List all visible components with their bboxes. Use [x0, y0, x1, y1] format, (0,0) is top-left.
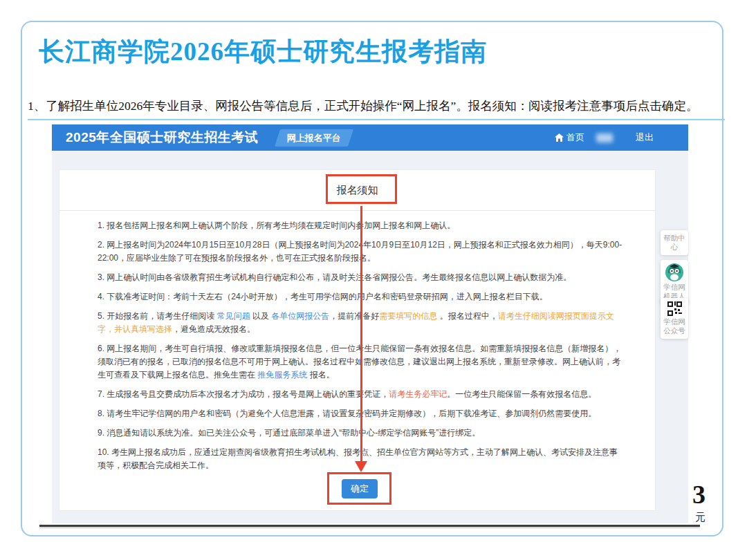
stray-char: 元	[695, 511, 706, 524]
doc-intro-line: 1、了解招生单位2026年专业目录、网报公告等信息后，正式开始操作“网上报名”。…	[28, 97, 725, 120]
site-title: 2025年全国硕士研究生招生考试	[66, 129, 258, 147]
notice-text-run: ，避免造成无效报名。	[172, 324, 255, 334]
help-center-card[interactable]: 帮助中心	[661, 230, 688, 255]
notice-text-run: 需要填写的信息	[379, 311, 437, 321]
stray-digit: 3	[692, 481, 706, 507]
screenshot-bottom-edge	[39, 525, 700, 527]
nav-logout[interactable]: 退出	[636, 131, 654, 144]
home-icon	[555, 133, 564, 142]
nav-home[interactable]: 首页	[555, 131, 584, 144]
inline-link[interactable]: 推免服务系统	[257, 370, 307, 380]
notice-text-run: 报名。	[307, 370, 334, 380]
chsi-qrcode-label: 学信网公众号	[663, 317, 685, 335]
notice-text-run: 4. 下载准考证时间：考前十天左右（24小时开放），考生可用学信网的用户名和密码…	[98, 292, 548, 301]
nav-logout-label: 退出	[636, 131, 654, 144]
notice-text-run: 3. 网上确认时间由各省级教育招生考试机构自行确定和公布，请及时关注各省网报公告…	[98, 272, 571, 282]
annotation-arrow-head	[355, 461, 367, 472]
annotation-box-notice	[326, 174, 397, 204]
site-header: 2025年全国硕士研究生招生考试 网上报名平台 首页 退出	[52, 124, 688, 151]
qrcode-icon	[667, 301, 682, 316]
doc-title: 长江商学院2026年硕士研究生报考指南	[39, 35, 661, 69]
notice-text-run: 7. 生成报名号且交费成功后本次报名才为成功，报名号是网上确认的重要凭证，	[98, 389, 389, 399]
inline-link[interactable]: 常见问题	[217, 311, 250, 321]
annotation-box-confirm	[327, 472, 391, 505]
notice-text-run: 以及	[250, 311, 272, 321]
site-body: 报名须知 1. 报名包括网上报名和网上确认两个阶段，所有考生均须在规定时间内参加…	[52, 151, 688, 523]
robot-avatar-icon	[665, 263, 683, 281]
notice-panel: 报名须知 1. 报名包括网上报名和网上确认两个阶段，所有考生均须在规定时间内参加…	[59, 169, 656, 511]
notice-text-run: 6. 网上报名期间，考生可自行填报、修改或重新填报报名信息，但一位考生只能保留一…	[98, 344, 621, 380]
page: 长江商学院2026年硕士研究生报考指南 1、了解招生单位2026年专业目录、网报…	[0, 0, 747, 560]
blurred-username	[596, 133, 613, 142]
notice-text-run: 请考生务必牢记	[389, 389, 447, 399]
annotation-arrow-line	[360, 206, 362, 462]
notice-list: 1. 报名包括网上报名和网上确认两个阶段，所有考生均须在规定时间内参加网上报名和…	[59, 211, 655, 472]
platform-badge: 网上报名平台	[275, 129, 353, 147]
notice-text-run: 1. 报名包括网上报名和网上确认两个阶段，所有考生均须在规定时间内参加网上报名和…	[98, 221, 455, 230]
notice-text-run: 。报名过程中，	[437, 311, 497, 321]
chsi-qrcode-card[interactable]: 学信网公众号	[661, 298, 688, 339]
inline-link[interactable]: 各单位网报公告	[271, 311, 329, 321]
notice-text-run: 8. 请考生牢记学信网的用户名和密码（为避免个人信息泄露，请设置复杂密码并定期修…	[98, 409, 596, 418]
site-nav: 首页 退出	[555, 124, 654, 151]
notice-text-run: 。一位考生只能保留一条有效报名信息。	[447, 389, 596, 399]
platform-badge-label: 网上报名平台	[287, 131, 341, 144]
notice-text-run: ，提前准备好	[329, 311, 379, 321]
notice-text-run: 9. 消息通知请以系统为准。如已关注公众号，可通过底部菜单进入“帮助中心-绑定学…	[98, 428, 480, 438]
notice-text-run: 5. 开始报名前，请考生仔细阅读	[98, 311, 217, 321]
help-center-label: 帮助中心	[663, 234, 685, 251]
nav-home-label: 首页	[566, 131, 584, 144]
